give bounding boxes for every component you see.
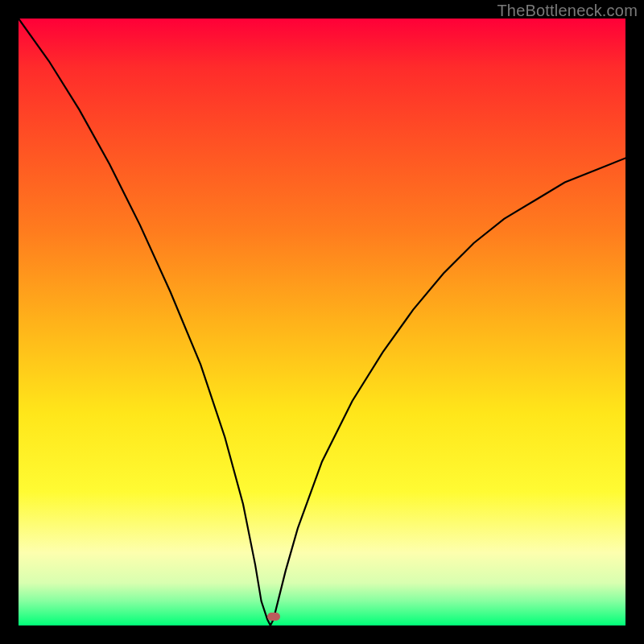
watermark-text: TheBottleneck.com xyxy=(497,2,638,20)
bottleneck-curve xyxy=(19,19,625,625)
optimal-point-marker xyxy=(267,613,280,621)
chart-frame: TheBottleneck.com xyxy=(0,0,644,644)
